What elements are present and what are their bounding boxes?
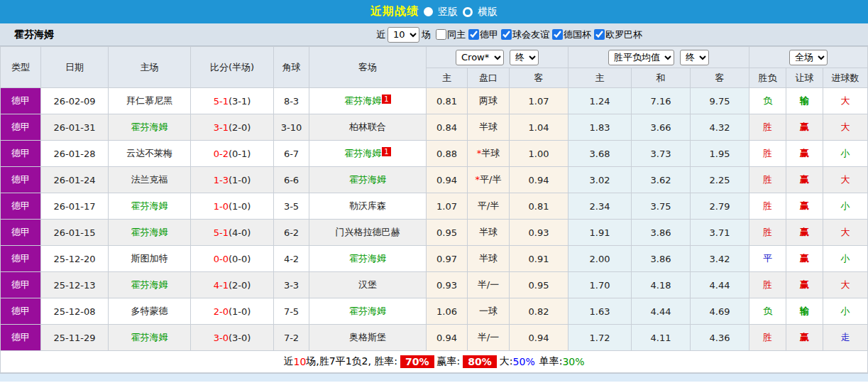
goals-result-cell: 大 bbox=[823, 88, 868, 114]
eu-away-odds-cell: 1.95 bbox=[691, 141, 749, 167]
date-cell: 26-01-31 bbox=[41, 114, 109, 141]
score-cell: 5-1(4-0) bbox=[191, 220, 274, 246]
horizontal-view-label[interactable]: 横版 bbox=[478, 6, 498, 18]
filter-controls: 近 10 场 同主 德甲 球会友谊 德国杯 欧罗巴杯 bbox=[376, 27, 642, 43]
vertical-view-label[interactable]: 竖版 bbox=[438, 6, 458, 18]
eu-home-odds-cell: 1.70 bbox=[568, 272, 632, 298]
recent-count-select[interactable]: 10 bbox=[388, 27, 419, 43]
league-cell: 德甲 bbox=[1, 272, 41, 298]
ah-line-cell: *半球 bbox=[468, 141, 510, 167]
ah-home-odds-cell: 0.81 bbox=[427, 88, 468, 114]
league-filter-option[interactable]: 欧罗巴杯 bbox=[591, 28, 642, 41]
league-filter-group: 同主 德甲 球会友谊 德国杯 欧罗巴杯 bbox=[433, 28, 642, 41]
league-filter-checkbox[interactable] bbox=[594, 29, 605, 40]
table-row: 德甲 25-12-13 霍芬海姆 4-1(2-0) 3-3 汉堡 0.93 半/… bbox=[1, 272, 868, 298]
date-cell: 25-12-20 bbox=[41, 246, 109, 272]
recent-label: 近 bbox=[376, 28, 385, 41]
league-filter-option[interactable]: 德甲 bbox=[466, 28, 498, 41]
home-team-cell: 法兰克福 bbox=[109, 167, 191, 193]
goals-result-cell: 大 bbox=[823, 114, 868, 141]
goals-result-cell: 小 bbox=[823, 141, 868, 167]
table-row: 德甲 25-12-20 斯图加特 0-0(0-0) 4-2 霍芬海姆 0.97 … bbox=[1, 246, 868, 272]
league-filter-option[interactable]: 德国杯 bbox=[549, 28, 591, 41]
date-cell: 25-12-13 bbox=[41, 272, 109, 298]
league-filter-checkbox[interactable] bbox=[552, 29, 563, 40]
home-team-cell: 霍芬海姆 bbox=[109, 114, 191, 141]
eu-away-odds-cell: 3.71 bbox=[691, 220, 749, 246]
handicap-result-cell: 赢 bbox=[786, 246, 823, 272]
result-cell: 胜 bbox=[749, 167, 786, 193]
table-row: 德甲 26-01-31 霍芬海姆 3-1(2-0) 3-10 柏林联合 0.84… bbox=[1, 114, 868, 141]
single-rate-value: 30% bbox=[562, 356, 584, 367]
result-group-header: 全场 bbox=[749, 47, 868, 68]
eu-away-odds-cell: 2.25 bbox=[691, 167, 749, 193]
league-filter-option[interactable]: 球会友谊 bbox=[498, 28, 549, 41]
europe-odds-type-select[interactable]: 胜平负均值 bbox=[608, 50, 674, 65]
col-header-home: 主场 bbox=[109, 47, 191, 88]
col-header-corners: 角球 bbox=[274, 47, 309, 88]
top-title-bar: 近期战绩 竖版 横版 bbox=[0, 0, 868, 23]
corners-cell: 7-5 bbox=[274, 298, 309, 325]
subcol-eu-away: 客 bbox=[691, 68, 749, 88]
horizontal-view-radio-icon[interactable] bbox=[463, 7, 473, 17]
eu-home-odds-cell: 1.91 bbox=[568, 220, 632, 246]
eu-home-odds-cell: 2.00 bbox=[568, 246, 632, 272]
subcol-ah-line: 盘口 bbox=[468, 68, 510, 88]
bottom-strip bbox=[0, 373, 868, 382]
eu-away-odds-cell: 4.36 bbox=[691, 325, 749, 351]
ah-line-cell: 平/半 bbox=[468, 193, 510, 220]
corners-cell: 6-6 bbox=[274, 167, 309, 193]
league-filter-label: 德国杯 bbox=[564, 28, 591, 41]
home-team-cell: 霍芬海姆 bbox=[109, 220, 191, 246]
result-cell: 负 bbox=[749, 298, 786, 325]
ah-home-odds-cell: 0.95 bbox=[427, 220, 468, 246]
handicap-time-select[interactable]: 终 bbox=[510, 50, 539, 65]
subcol-eu-home: 主 bbox=[568, 68, 632, 88]
league-cell: 德甲 bbox=[1, 298, 41, 325]
away-team-cell: 霍芬海姆 bbox=[309, 298, 427, 325]
league-cell: 德甲 bbox=[1, 88, 41, 114]
result-cell: 胜 bbox=[749, 193, 786, 220]
home-team-cell: 多特蒙德 bbox=[109, 298, 191, 325]
table-header: 类型 日期 主场 比分(半场) 角球 客场 Crow* 终 胜平负均值 终 全场 bbox=[1, 47, 868, 88]
table-row: 德甲 26-01-15 霍芬海姆 5-1(4-0) 6-2 门兴格拉德巴赫 0.… bbox=[1, 220, 868, 246]
goals-result-cell: 小 bbox=[823, 193, 868, 220]
handicap-result-cell: 输 bbox=[786, 88, 823, 114]
date-cell: 25-11-29 bbox=[41, 325, 109, 351]
away-team-cell: 奥格斯堡 bbox=[309, 325, 427, 351]
league-filter-label: 德甲 bbox=[480, 28, 498, 41]
eu-draw-odds-cell: 3.73 bbox=[632, 141, 691, 167]
ah-away-odds-cell: 0.93 bbox=[510, 220, 568, 246]
away-red-card-badge: 1 bbox=[382, 95, 390, 104]
ah-line-cell: 半球 bbox=[468, 246, 510, 272]
table-row: 德甲 26-01-17 霍芬海姆 1-0(1-0) 3-5 勒沃库森 1.07 … bbox=[1, 193, 868, 220]
handicap-rate-label: 赢率: bbox=[437, 355, 461, 368]
europe-time-select[interactable]: 终 bbox=[680, 50, 709, 65]
eu-home-odds-cell: 2.34 bbox=[568, 193, 632, 220]
handicap-result-cell: 赢 bbox=[786, 167, 823, 193]
summary-record: 场,胜7平1负2, 胜率: bbox=[306, 355, 397, 368]
league-cell: 德甲 bbox=[1, 167, 41, 193]
league-filter-checkbox[interactable] bbox=[501, 29, 512, 40]
league-filter-option[interactable]: 同主 bbox=[433, 28, 466, 41]
scope-select[interactable]: 全场 bbox=[789, 50, 828, 65]
subcol-result: 胜负 bbox=[749, 68, 786, 88]
league-filter-checkbox[interactable] bbox=[436, 29, 446, 40]
team-name: 霍芬海姆 bbox=[14, 28, 54, 41]
away-team-cell: 霍芬海姆1 bbox=[309, 141, 427, 167]
ah-line-cell: *平/半 bbox=[468, 167, 510, 193]
home-team-cell: 拜仁慕尼黑 bbox=[109, 88, 191, 114]
corners-cell: 4-2 bbox=[274, 246, 309, 272]
eu-draw-odds-cell: 3.62 bbox=[632, 167, 691, 193]
vertical-view-radio-selected-icon[interactable] bbox=[424, 7, 433, 16]
league-cell: 德甲 bbox=[1, 246, 41, 272]
eu-draw-odds-cell: 3.66 bbox=[632, 114, 691, 141]
big-rate-label: 大: bbox=[500, 355, 513, 368]
eu-away-odds-cell: 4.44 bbox=[691, 272, 749, 298]
ah-away-odds-cell: 0.95 bbox=[510, 272, 568, 298]
score-cell: 0-2(0-1) bbox=[191, 141, 274, 167]
corners-cell: 6-2 bbox=[274, 220, 309, 246]
away-team-cell: 霍芬海姆1 bbox=[309, 88, 427, 114]
bookmaker-select[interactable]: Crow* bbox=[456, 50, 504, 65]
league-filter-checkbox[interactable] bbox=[468, 29, 479, 40]
